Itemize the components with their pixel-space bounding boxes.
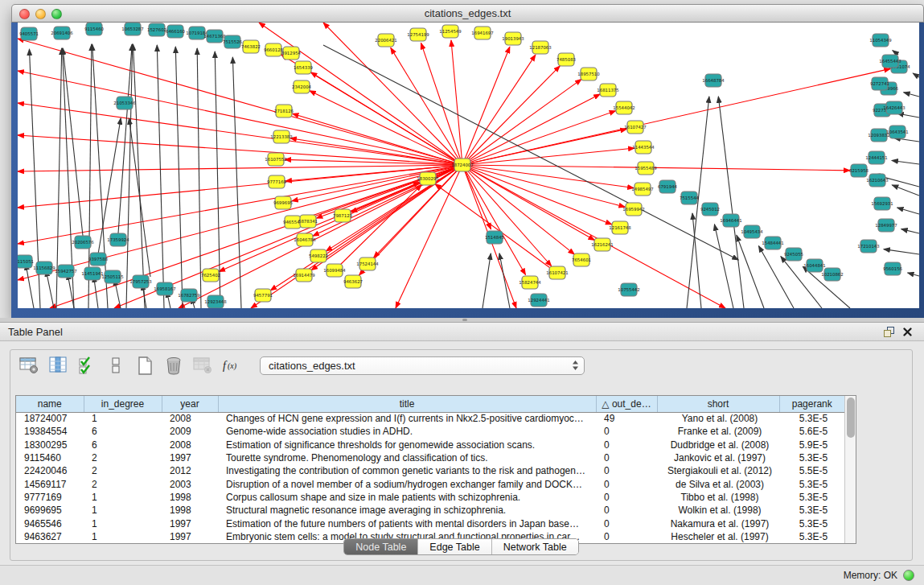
graph-node[interactable]: 16107552 (265, 153, 286, 166)
graph-node[interactable]: 10755442 (618, 283, 639, 296)
graph-node[interactable]: 9457791 (253, 289, 273, 302)
cell-short[interactable]: Yano et al. (2008) (657, 412, 779, 425)
graph-node[interactable]: 16782759 (178, 289, 200, 302)
column-header-year[interactable]: year (162, 396, 218, 412)
graph-edge[interactable] (462, 94, 600, 165)
graph-node[interactable]: 9777169 (267, 175, 287, 188)
graph-node[interactable]: 18957510 (577, 68, 600, 80)
graph-edge[interactable] (904, 93, 919, 97)
cell-name[interactable]: 9699695 (16, 504, 84, 517)
graph-node[interactable]: 16648784 (702, 74, 725, 87)
graph-edge[interactable] (462, 165, 625, 207)
cell-year[interactable]: 2009 (162, 425, 218, 438)
graph-node[interactable]: 9397588 (88, 253, 109, 266)
cell-short[interactable]: de Silva et al. (2003) (657, 477, 779, 490)
graph-node[interactable]: 22006421 (375, 34, 396, 47)
cell-indegree[interactable]: 1 (84, 412, 162, 425)
zoom-window-button[interactable] (51, 9, 62, 19)
graph-node[interactable]: 9405571 (19, 27, 39, 40)
table-row[interactable]: 1872400712008Changes of HCN gene express… (16, 412, 844, 425)
graph-edge[interactable] (737, 235, 764, 308)
import-table-icon[interactable] (191, 354, 215, 377)
graph-node[interactable]: 5498222 (309, 249, 328, 262)
graph-node[interactable]: 9463627 (343, 275, 363, 288)
graph-edge[interactable] (18, 135, 462, 165)
graph-node[interactable]: 16426443 (883, 101, 905, 114)
graph-edge[interactable] (46, 270, 54, 308)
cell-pagerank[interactable]: 5.3E-5 (779, 477, 844, 490)
graph-node[interactable]: 16216241 (591, 238, 613, 251)
column-header-title[interactable]: title (218, 396, 596, 412)
graph-edge[interactable] (18, 165, 462, 244)
cell-outdegree[interactable]: 0 (596, 477, 657, 490)
graph-edge[interactable] (462, 148, 634, 165)
cell-indegree[interactable]: 2 (84, 464, 162, 477)
graph-node[interactable]: 16046786 (294, 233, 316, 246)
cell-outdegree[interactable]: 0 (596, 491, 657, 504)
graph-edge[interactable] (901, 229, 919, 233)
graph-edge[interactable] (462, 165, 552, 266)
table-row[interactable]: 977716911998Corpus callosum shape and si… (16, 491, 844, 504)
row-height-icon[interactable] (104, 354, 128, 377)
cell-short[interactable]: Wolkin et al. (1998) (657, 504, 779, 517)
graph-node[interactable]: 16455443 (879, 55, 901, 68)
window-titlebar[interactable]: citations_edges.txt (11, 4, 924, 23)
cell-year[interactable]: 2008 (162, 439, 218, 451)
graph-edge[interactable] (18, 165, 462, 208)
graph-node[interactable]: 19013943 (502, 32, 524, 45)
graph-edge[interactable] (133, 44, 145, 308)
cell-short[interactable]: Nakamura et al. (1997) (657, 517, 779, 529)
cell-title[interactable]: Corpus callosum shape and size in male p… (218, 491, 596, 504)
graph-edge[interactable] (63, 48, 83, 236)
cell-indegree[interactable]: 2 (84, 451, 162, 464)
graph-node[interactable]: 18300295 (417, 172, 438, 185)
column-header-in_degree[interactable]: in_degree (84, 396, 162, 412)
minimize-window-button[interactable] (35, 9, 46, 19)
graph-node[interactable]: 15824744 (519, 276, 541, 289)
graph-edge[interactable] (232, 57, 241, 308)
graph-node[interactable]: 12213383 (270, 130, 292, 143)
column-header-out_de[interactable]: △ out_de… (596, 396, 657, 412)
graph-node[interactable]: 16107421 (546, 266, 568, 279)
graph-edge[interactable] (18, 165, 462, 171)
graph-node[interactable]: 7625402 (201, 269, 220, 282)
graph-node[interactable]: 12924441 (528, 294, 549, 307)
cell-title[interactable]: Estimation of significance thresholds fo… (218, 439, 596, 451)
float-panel-icon[interactable] (881, 324, 898, 339)
cell-title[interactable]: Disruption of a novel member of a sodium… (218, 477, 596, 490)
graph-edge[interactable] (499, 253, 510, 308)
graph-node[interactable]: 7515526 (223, 35, 243, 48)
graph-node[interactable]: 1514845 (485, 231, 504, 244)
function-builder-icon[interactable]: f(x) (220, 354, 244, 377)
graph-node[interactable]: 8215958 (849, 164, 869, 177)
table-row[interactable]: 911546021997Tourette syndrome. Phenomeno… (16, 451, 844, 464)
cell-outdegree[interactable]: 0 (596, 439, 657, 451)
table-selector-dropdown[interactable]: citations_edges.txt (260, 356, 585, 375)
graph-node[interactable]: 12444151 (865, 151, 887, 164)
tab-edge-table[interactable]: Edge Table (418, 539, 491, 554)
graph-edge[interactable] (892, 185, 919, 196)
table-row[interactable]: 1456911722003Disruption of a novel membe… (16, 477, 844, 490)
graph-edge[interactable] (714, 225, 733, 308)
table-row[interactable]: 1830029562008Estimation of significance … (16, 439, 844, 451)
column-header-pagerank[interactable]: pagerank (779, 396, 844, 412)
graph-node[interactable]: 9699695 (273, 196, 293, 209)
cell-indegree[interactable]: 1 (84, 517, 162, 529)
cell-name[interactable]: 22420046 (16, 464, 84, 477)
graph-edge[interactable] (18, 39, 462, 165)
cell-title[interactable]: Investigating the contribution of common… (218, 464, 596, 477)
graph-node[interactable]: 2342004 (292, 80, 312, 93)
graph-node[interactable]: 9660128 (264, 43, 284, 56)
graph-node[interactable]: 7463822 (241, 40, 261, 53)
table-row[interactable]: 969969511998Structural magnetic resonanc… (16, 504, 844, 517)
graph-node[interactable]: 7987123 (333, 209, 352, 222)
graph-node[interactable]: 10653287 (121, 23, 143, 35)
column-visibility-icon[interactable] (46, 354, 70, 377)
graph-node[interactable]: 12923448 (204, 295, 227, 308)
cell-year[interactable]: 2003 (162, 477, 218, 490)
graph-node[interactable]: 11443544 (632, 141, 655, 154)
cell-pagerank[interactable]: 5.3E-5 (779, 412, 844, 425)
graph-node[interactable]: 18724007 (451, 159, 473, 171)
cell-indegree[interactable]: 1 (84, 491, 162, 504)
graph-node[interactable]: 16107427 (624, 121, 646, 134)
